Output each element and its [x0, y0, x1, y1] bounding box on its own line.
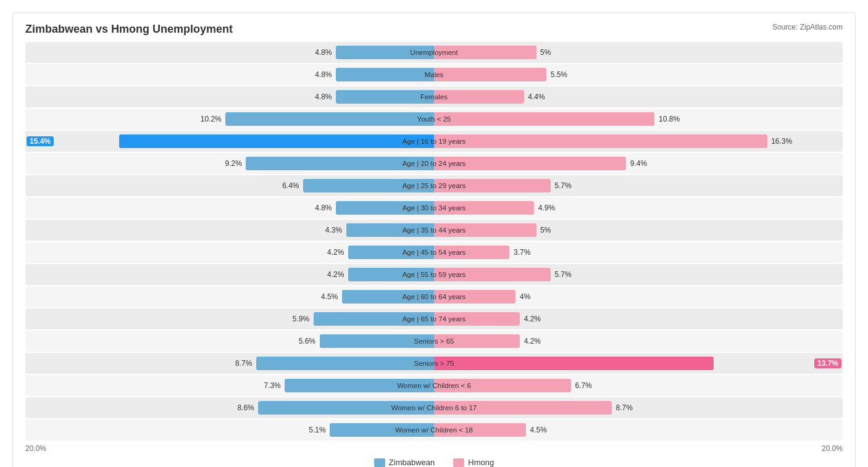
bar-row: Age | 55 to 59 years4.2%5.7%	[25, 264, 843, 285]
axis-right: 20.0%	[822, 444, 843, 453]
value-right: 8.7%	[616, 403, 633, 412]
bar-label: Age | 25 to 29 years	[403, 182, 466, 189]
bar-row: Women w/ Children < 185.1%4.5%	[25, 419, 843, 440]
legend-zimbabwean-box	[374, 458, 385, 467]
bar-left	[119, 134, 434, 148]
bar-row: Age | 20 to 24 years9.2%9.4%	[25, 153, 843, 174]
value-left: 4.2%	[327, 270, 344, 279]
axis-row: 20.0% 20.0%	[25, 444, 843, 453]
bar-row: Women w/ Children 6 to 178.6%8.7%	[25, 397, 843, 418]
bar-label: Seniors > 65	[414, 337, 454, 345]
bar-label: Seniors > 75	[414, 360, 454, 367]
value-right: 5%	[540, 226, 551, 234]
value-left: 6.4%	[282, 181, 299, 190]
value-right: 4.9%	[538, 204, 555, 212]
value-right: 5.7%	[554, 270, 571, 279]
bar-left	[225, 112, 434, 126]
bar-label: Age | 45 to 54 years	[403, 249, 466, 256]
bar-row: Age | 25 to 29 years6.4%5.7%	[25, 175, 843, 196]
value-left: 4.8%	[315, 93, 332, 101]
value-left: 9.2%	[225, 159, 242, 168]
bar-row: Females4.8%4.4%	[25, 86, 843, 107]
bar-row: Unemployment4.8%5%	[25, 42, 843, 63]
value-left: 5.1%	[309, 426, 325, 434]
value-left: 5.9%	[293, 315, 309, 323]
bar-row: Males4.8%5.5%	[25, 64, 843, 85]
value-left: 4.8%	[315, 204, 332, 212]
value-right: 4.5%	[530, 426, 547, 434]
bar-row: Youth < 2510.2%10.8%	[25, 109, 843, 130]
value-right: 4.4%	[528, 93, 545, 101]
bar-row: Age | 45 to 54 years4.2%3.7%	[25, 242, 843, 263]
value-right: 3.7%	[514, 248, 530, 257]
value-right: 4%	[520, 292, 530, 301]
bar-row: Seniors > 655.6%4.2%	[25, 331, 843, 352]
value-left: 4.3%	[325, 226, 342, 234]
legend-hmong-box	[453, 458, 464, 467]
value-left: 5.6%	[299, 337, 315, 345]
bar-label: Age | 60 to 64 years	[403, 293, 466, 300]
legend-zimbabwean: Zimbabwean	[374, 458, 435, 467]
bar-right	[434, 112, 654, 126]
value-left: 4.2%	[327, 248, 344, 257]
bar-label: Women w/ Children < 18	[395, 426, 473, 434]
legend-hmong: Hmong	[453, 458, 494, 467]
bar-label: Age | 20 to 24 years	[403, 160, 466, 167]
legend-zimbabwean-label: Zimbabwean	[389, 458, 435, 467]
legend-hmong-label: Hmong	[468, 458, 494, 467]
bar-label: Age | 65 to 74 years	[403, 315, 466, 323]
value-left: 4.8%	[315, 48, 332, 57]
bar-row: Age | 35 to 44 years4.3%5%	[25, 220, 843, 241]
value-left: 4.5%	[321, 292, 338, 301]
chart-source: Source: ZipAtlas.com	[772, 23, 843, 31]
value-right: 13.7%	[814, 358, 841, 368]
chart-container: Zimbabwean vs Hmong Unemployment Source:…	[12, 12, 856, 467]
value-right: 5.5%	[551, 70, 567, 79]
value-right: 5.7%	[554, 181, 571, 190]
value-right: 9.4%	[630, 159, 647, 168]
bar-left	[336, 90, 434, 104]
chart-title: Zimbabwean vs Hmong Unemployment	[25, 23, 843, 36]
bar-right	[434, 134, 767, 148]
bar-label: Age | 16 to 19 years	[403, 138, 466, 145]
bar-label: Age | 55 to 59 years	[403, 271, 466, 278]
bar-label: Age | 35 to 44 years	[403, 226, 466, 234]
bar-label: Women w/ Children < 6	[397, 382, 471, 389]
bar-row: Seniors > 758.7%13.7%	[25, 353, 843, 374]
chart-area: Unemployment4.8%5%Males4.8%5.5%Females4.…	[25, 42, 843, 440]
bar-left	[336, 68, 434, 81]
bar-label: Women w/ Children 6 to 17	[391, 404, 477, 411]
bar-row: Age | 65 to 74 years5.9%4.2%	[25, 308, 843, 329]
bar-label: Females	[420, 93, 448, 101]
axis-left: 20.0%	[25, 444, 46, 453]
value-left: 8.6%	[237, 403, 254, 412]
value-right: 4.2%	[524, 315, 541, 323]
bar-label: Unemployment	[410, 49, 457, 56]
value-right: 16.3%	[771, 137, 792, 146]
value-left: 8.7%	[235, 359, 252, 368]
value-right: 10.8%	[659, 115, 680, 123]
bar-right	[434, 357, 714, 370]
bar-label: Males	[425, 71, 444, 78]
bar-right	[434, 68, 546, 81]
value-left: 4.8%	[315, 70, 332, 79]
bar-row: Women w/ Children < 67.3%6.7%	[25, 375, 843, 396]
value-left: 7.3%	[264, 381, 280, 390]
value-left: 10.2%	[201, 115, 222, 123]
bar-row: Age | 16 to 19 years15.4%16.3%	[25, 131, 843, 152]
value-right: 6.7%	[575, 381, 591, 390]
bar-row: Age | 30 to 34 years4.8%4.9%	[25, 197, 843, 218]
bar-row: Age | 60 to 64 years4.5%4%	[25, 286, 843, 307]
legend: Zimbabwean Hmong	[25, 458, 843, 467]
bar-left	[256, 357, 434, 370]
value-right: 5%	[540, 48, 551, 57]
bar-label: Age | 30 to 34 years	[403, 204, 466, 212]
value-left: 15.4%	[27, 136, 54, 146]
bar-label: Youth < 25	[417, 115, 451, 123]
value-right: 4.2%	[524, 337, 541, 345]
